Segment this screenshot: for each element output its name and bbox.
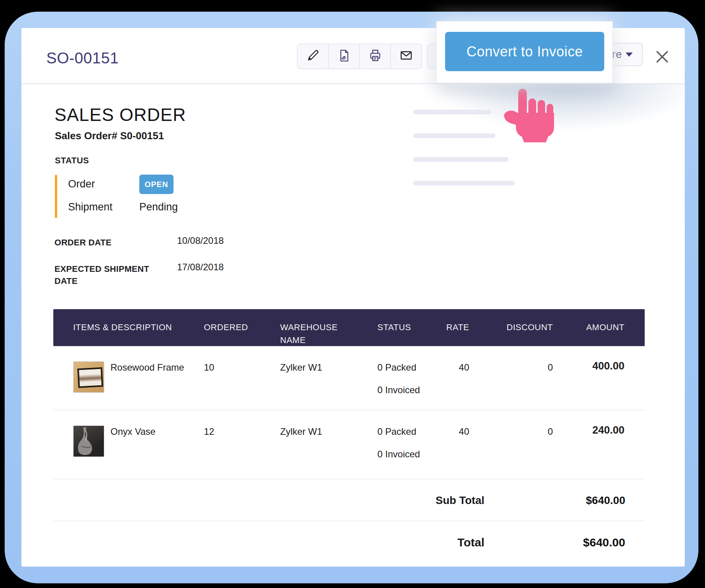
item-amount: 400.00 xyxy=(562,346,645,410)
column-header-warehouse: WAREHOUSE NAME xyxy=(249,309,350,346)
subtotal-value: $640.00 xyxy=(484,480,645,520)
edit-button[interactable] xyxy=(298,44,329,68)
order-status-badge: OPEN xyxy=(139,175,174,194)
column-header-rate: RATE xyxy=(420,309,479,346)
item-rate: 40 xyxy=(420,346,479,410)
table-row: Rosewood Frame 10 Zylker W1 0 Packed 0 I… xyxy=(53,346,645,410)
document-heading: SALES ORDER xyxy=(54,104,186,125)
item-discount: 0 xyxy=(479,346,562,410)
table-header-row: ITEMS & DESCRIPTION ORDERED WAREHOUSE NA… xyxy=(53,309,645,346)
item-warehouse: Zylker W1 xyxy=(249,410,350,479)
item-warehouse: Zylker W1 xyxy=(249,346,350,410)
close-icon[interactable] xyxy=(656,50,669,63)
skeleton-line xyxy=(413,110,491,114)
convert-to-invoice-button[interactable]: Convert to Invoice xyxy=(445,32,604,71)
screenshot-canvas: SO-00151 xyxy=(0,0,705,588)
convert-popup-card: Convert to Invoice xyxy=(436,21,613,83)
pdf-file-icon xyxy=(337,49,351,64)
item-packed-status: 0 Packed xyxy=(377,362,420,373)
column-header-status: STATUS xyxy=(350,309,420,346)
status-section-label: STATUS xyxy=(55,156,89,166)
printer-icon xyxy=(368,48,382,65)
total-label: Total xyxy=(53,521,484,565)
status-accent-bar xyxy=(55,175,57,218)
shipment-status-value: Pending xyxy=(139,201,178,213)
table-row: Onyx Vase 12 Zylker W1 0 Packed 0 Invoic… xyxy=(53,410,645,480)
email-button[interactable] xyxy=(391,44,421,68)
item-name: Onyx Vase xyxy=(110,410,156,479)
subtotal-label: Sub Total xyxy=(53,480,484,520)
item-packed-status: 0 Packed xyxy=(377,426,420,437)
item-invoiced-status: 0 Invoiced xyxy=(377,385,420,396)
item-amount: 240.00 xyxy=(562,410,645,479)
page-title: SO-00151 xyxy=(46,49,119,66)
sales-order-number: Sales Order# S0-00151 xyxy=(55,130,164,142)
column-header-discount: DISCOUNT xyxy=(479,309,562,346)
column-header-ordered: ORDERED xyxy=(198,309,249,346)
expected-shipment-date-value: 17/08/2018 xyxy=(177,262,224,273)
expected-shipment-date-label: EXPECTED SHIPMENT DATE xyxy=(54,263,154,287)
product-thumbnail-rosewood-frame xyxy=(73,361,104,393)
order-date-value: 10/08/2018 xyxy=(177,235,224,246)
item-name: Rosewood Frame xyxy=(110,346,184,410)
pdf-button[interactable] xyxy=(329,44,360,68)
item-invoiced-status: 0 Invoiced xyxy=(377,449,420,460)
total-value: $640.00 xyxy=(484,521,645,565)
total-row: Total $640.00 xyxy=(53,521,645,565)
document-toolbar xyxy=(297,44,422,69)
chevron-down-icon xyxy=(626,52,633,57)
order-date-label: ORDER DATE xyxy=(54,236,112,248)
pencil-icon xyxy=(306,49,320,64)
pointer-hand-graphic xyxy=(503,88,561,144)
skeleton-line xyxy=(413,157,509,162)
column-header-amount: AMOUNT xyxy=(562,309,645,346)
item-ordered-qty: 10 xyxy=(198,346,249,410)
shipment-status-label: Shipment xyxy=(68,201,112,213)
sales-order-modal: SO-00151 xyxy=(21,28,685,567)
line-items-table: ITEMS & DESCRIPTION ORDERED WAREHOUSE NA… xyxy=(53,309,645,565)
mail-envelope-icon xyxy=(399,48,414,65)
subtotal-row: Sub Total $640.00 xyxy=(53,480,645,521)
order-status-label: Order xyxy=(68,178,95,190)
item-rate: 40 xyxy=(420,410,479,479)
item-ordered-qty: 12 xyxy=(198,410,249,479)
product-thumbnail-onyx-vase xyxy=(73,425,104,457)
skeleton-line xyxy=(413,133,495,138)
item-discount: 0 xyxy=(479,410,562,479)
print-button[interactable] xyxy=(360,44,391,68)
column-header-items: ITEMS & DESCRIPTION xyxy=(53,309,198,346)
skeleton-line xyxy=(413,181,515,186)
